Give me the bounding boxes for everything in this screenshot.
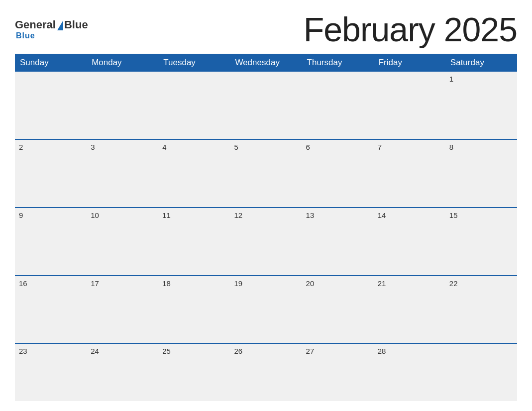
day-number: 19 [234, 279, 242, 288]
day-number: 20 [306, 279, 315, 288]
day-number: 16 [19, 279, 27, 288]
calendar-cell-18: 18 [158, 276, 230, 343]
calendar-cell-4: 4 [158, 140, 230, 207]
day-number: 14 [378, 211, 386, 219]
logo: General Blue Blue [15, 18, 88, 40]
day-number: 24 [91, 347, 99, 355]
calendar-cell-26: 26 [230, 344, 302, 401]
day-number: 1 [449, 75, 453, 83]
calendar-cell-19: 19 [230, 276, 302, 343]
header-monday: Monday [87, 54, 158, 72]
calendar-cell-12: 12 [230, 208, 302, 275]
calendar-cell-28: 28 [374, 344, 445, 401]
calendar-week-5: 23 24 25 26 27 28 [15, 343, 517, 401]
page-header: General Blue Blue February 2025 [15, 10, 517, 49]
calendar-cell-20: 20 [302, 276, 374, 343]
day-number: 5 [234, 143, 238, 151]
calendar-page: General Blue Blue February 2025 Sunday M… [0, 0, 532, 411]
calendar-cell-27: 27 [302, 344, 374, 401]
day-number: 28 [378, 347, 386, 355]
day-number: 22 [449, 279, 458, 288]
header-tuesday: Tuesday [158, 54, 230, 72]
calendar-cell-6: 6 [302, 140, 374, 207]
logo-triangle-icon [57, 20, 63, 30]
calendar-cell-13: 13 [302, 208, 374, 275]
logo-general-text: General [15, 18, 56, 31]
day-number: 17 [91, 279, 99, 288]
day-number: 21 [378, 279, 386, 288]
header-sunday: Sunday [15, 54, 87, 72]
calendar-cell-25: 25 [158, 344, 230, 401]
day-number: 4 [162, 143, 166, 151]
calendar-cell-11: 11 [158, 208, 230, 275]
day-number: 15 [449, 211, 458, 219]
cell-empty [302, 72, 374, 139]
day-number: 12 [234, 211, 242, 219]
day-number: 3 [91, 143, 95, 151]
calendar-cell-24: 24 [87, 344, 158, 401]
cell-empty [15, 72, 87, 139]
calendar-week-1: 1 [15, 72, 517, 139]
day-number: 10 [91, 211, 99, 219]
logo-subtitle: Blue [16, 31, 35, 40]
day-number: 18 [162, 279, 171, 288]
calendar-day-headers: Sunday Monday Tuesday Wednesday Thursday… [15, 54, 517, 72]
day-number: 11 [162, 211, 171, 219]
calendar-cell-10: 10 [87, 208, 158, 275]
logo-blue-text: Blue [64, 18, 88, 31]
day-number: 2 [19, 143, 23, 151]
cell-empty [374, 72, 445, 139]
calendar-cell-2: 2 [15, 140, 87, 207]
header-wednesday: Wednesday [230, 54, 302, 72]
calendar-cell-8: 8 [445, 140, 517, 207]
calendar-body: 1 2 3 4 5 6 [15, 72, 517, 401]
day-number: 27 [306, 347, 315, 355]
header-saturday: Saturday [445, 54, 517, 72]
month-title: February 2025 [304, 10, 517, 49]
calendar-cell-21: 21 [374, 276, 445, 343]
calendar-cell-9: 9 [15, 208, 87, 275]
calendar-cell-15: 15 [445, 208, 517, 275]
cell-empty [158, 72, 230, 139]
calendar-cell-1: 1 [445, 72, 517, 139]
day-number: 23 [19, 347, 27, 355]
day-number: 26 [234, 347, 242, 355]
calendar: Sunday Monday Tuesday Wednesday Thursday… [15, 54, 517, 401]
calendar-cell-16: 16 [15, 276, 87, 343]
day-number: 25 [162, 347, 171, 355]
calendar-week-3: 9 10 11 12 13 14 15 [15, 207, 517, 275]
calendar-cell-23: 23 [15, 344, 87, 401]
calendar-cell-14: 14 [374, 208, 445, 275]
calendar-cell-22: 22 [445, 276, 517, 343]
cell-empty [445, 344, 517, 401]
day-number: 8 [449, 143, 453, 151]
logo-wordmark: General Blue [15, 18, 88, 31]
calendar-week-4: 16 17 18 19 20 21 22 [15, 275, 517, 343]
header-thursday: Thursday [302, 54, 374, 72]
calendar-week-2: 2 3 4 5 6 7 8 [15, 139, 517, 207]
calendar-cell-17: 17 [87, 276, 158, 343]
calendar-cell-5: 5 [230, 140, 302, 207]
day-number: 7 [378, 143, 382, 151]
header-friday: Friday [374, 54, 445, 72]
day-number: 13 [306, 211, 315, 219]
calendar-cell-7: 7 [374, 140, 445, 207]
day-number: 9 [19, 211, 23, 219]
cell-empty [87, 72, 158, 139]
calendar-cell-3: 3 [87, 140, 158, 207]
cell-empty [230, 72, 302, 139]
day-number: 6 [306, 143, 310, 151]
